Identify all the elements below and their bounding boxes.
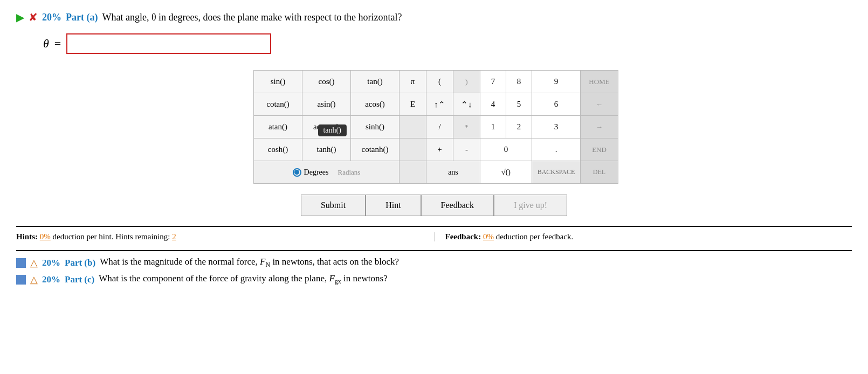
btn-7[interactable]: 7 bbox=[480, 71, 506, 93]
part-a-percent: 20% bbox=[42, 12, 61, 23]
hints-left: Hints: 0% deduction per hint. Hints rema… bbox=[16, 232, 435, 241]
btn-blank4 bbox=[399, 138, 426, 161]
btn-plus[interactable]: + bbox=[426, 138, 453, 161]
feedback-prefix: Feedback: bbox=[445, 232, 483, 241]
hints-right: Feedback: 0% deduction per feedback. bbox=[435, 232, 852, 241]
hints-remaining[interactable]: 2 bbox=[172, 232, 176, 241]
btn-5[interactable]: 5 bbox=[506, 93, 532, 116]
part-b-icon-warn: △ bbox=[30, 257, 38, 269]
btn-atan[interactable]: atan() bbox=[254, 116, 302, 138]
btn-pi[interactable]: π bbox=[399, 71, 426, 93]
theta-symbol: θ bbox=[43, 37, 49, 51]
theta-input[interactable] bbox=[66, 33, 271, 54]
btn-9[interactable]: 9 bbox=[532, 71, 581, 93]
arrow-icon: ▶ bbox=[16, 11, 24, 24]
btn-6[interactable]: 6 bbox=[532, 93, 581, 116]
part-b-icon-blue bbox=[16, 258, 26, 268]
btn-asin[interactable]: asin() bbox=[302, 93, 351, 116]
degrees-radio-cell[interactable]: Degrees Radians bbox=[254, 161, 399, 184]
btn-end[interactable]: END bbox=[581, 138, 618, 161]
btn-ans[interactable]: ans bbox=[426, 161, 480, 184]
part-a-header: ▶ ✘ 20% Part (a) What angle, θ in degree… bbox=[16, 11, 852, 24]
part-c-question: What is the component of the force of gr… bbox=[99, 273, 388, 286]
degrees-label: Degrees bbox=[304, 168, 329, 177]
btn-right-arrow[interactable]: → bbox=[581, 116, 618, 138]
part-c-row: △ 20% Part (c) What is the component of … bbox=[16, 273, 852, 286]
btn-cotan[interactable]: cotan() bbox=[254, 93, 302, 116]
btn-divide[interactable]: / bbox=[426, 116, 453, 138]
btn-cos[interactable]: cos() bbox=[302, 71, 351, 93]
calc-row-1: sin() cos() tan() π ( ) 7 8 9 HOME bbox=[254, 71, 618, 93]
hints-pct[interactable]: 0% bbox=[40, 232, 51, 241]
feedback-pct[interactable]: 0% bbox=[483, 232, 494, 241]
btn-cosh[interactable]: cosh() bbox=[254, 138, 302, 161]
calc-row-5: Degrees Radians ans √() BACKSPACE DEL bbox=[254, 161, 618, 184]
calc-row-4: cosh() tanh() tanh() cotanh() + - 0 . EN… bbox=[254, 138, 618, 161]
degrees-radio-inner bbox=[294, 170, 299, 175]
degrees-radio[interactable] bbox=[293, 168, 301, 177]
part-a-label: Part (a) bbox=[66, 12, 98, 23]
page: ▶ ✘ 20% Part (a) What angle, θ in degree… bbox=[0, 0, 868, 374]
btn-acotan[interactable]: acotan() bbox=[302, 116, 351, 138]
btn-tanh[interactable]: tanh() tanh() bbox=[302, 138, 351, 161]
hints-mid: deduction per hint. Hints remaining: bbox=[51, 232, 172, 241]
part-c-icon-warn: △ bbox=[30, 274, 38, 286]
hint-button[interactable]: Hint bbox=[366, 195, 421, 216]
btn-1[interactable]: 1 bbox=[480, 116, 506, 138]
part-a-question: What angle, θ in degrees, does the plane… bbox=[102, 12, 402, 23]
btn-rparen[interactable]: ) bbox=[453, 71, 480, 93]
action-buttons-row: Submit Hint Feedback I give up! bbox=[16, 195, 852, 216]
part-b-question: What is the magnitude of the normal forc… bbox=[100, 257, 399, 269]
btn-acos[interactable]: acos() bbox=[351, 93, 399, 116]
theta-input-row: θ = bbox=[43, 33, 852, 54]
give-up-button[interactable]: I give up! bbox=[494, 195, 567, 216]
calc-row-3: atan() acotan() sinh() / * 1 2 3 → bbox=[254, 116, 618, 138]
btn-home[interactable]: HOME bbox=[581, 71, 618, 93]
btn-e[interactable]: E bbox=[399, 93, 426, 116]
btn-backspace[interactable]: BACKSPACE bbox=[532, 161, 581, 184]
part-c-icon-blue bbox=[16, 275, 26, 285]
lower-parts: △ 20% Part (b) What is the magnitude of … bbox=[16, 250, 852, 286]
calculator-area: sin() cos() tan() π ( ) 7 8 9 HOME cotan… bbox=[253, 70, 852, 184]
btn-8[interactable]: 8 bbox=[506, 71, 532, 93]
btn-uparrow[interactable]: ↑⌃ bbox=[426, 93, 453, 116]
btn-minus[interactable]: - bbox=[453, 138, 480, 161]
btn-tan[interactable]: tan() bbox=[351, 71, 399, 93]
feedback-button[interactable]: Feedback bbox=[421, 195, 494, 216]
calculator-table: sin() cos() tan() π ( ) 7 8 9 HOME cotan… bbox=[253, 70, 618, 184]
part-c-percent: 20% bbox=[42, 274, 60, 285]
btn-sqrt[interactable]: √() bbox=[480, 161, 532, 184]
btn-del[interactable]: DEL bbox=[581, 161, 618, 184]
btn-blank3 bbox=[399, 116, 426, 138]
btn-downarrow[interactable]: ⌃↓ bbox=[453, 93, 480, 116]
btn-blank5 bbox=[399, 161, 426, 184]
part-b-row: △ 20% Part (b) What is the magnitude of … bbox=[16, 257, 852, 269]
part-b-percent: 20% bbox=[42, 258, 60, 268]
btn-4[interactable]: 4 bbox=[480, 93, 506, 116]
btn-multiply[interactable]: * bbox=[453, 116, 480, 138]
part-c-label: Part (c) bbox=[65, 274, 94, 285]
btn-0[interactable]: 0 bbox=[480, 138, 532, 161]
btn-lparen[interactable]: ( bbox=[426, 71, 453, 93]
hints-feedback-bar: Hints: 0% deduction per hint. Hints rema… bbox=[16, 226, 852, 241]
radians-label: Radians bbox=[337, 168, 360, 177]
btn-sinh[interactable]: sinh() bbox=[351, 116, 399, 138]
hints-prefix: Hints: bbox=[16, 232, 40, 241]
btn-dot[interactable]: . bbox=[532, 138, 581, 161]
btn-left-arrow[interactable]: ← bbox=[581, 93, 618, 116]
btn-2[interactable]: 2 bbox=[506, 116, 532, 138]
btn-cotanh[interactable]: cotanh() bbox=[351, 138, 399, 161]
feedback-suffix: deduction per feedback. bbox=[494, 232, 573, 241]
x-icon: ✘ bbox=[29, 11, 38, 24]
btn-sin[interactable]: sin() bbox=[254, 71, 302, 93]
part-b-label: Part (b) bbox=[65, 258, 95, 268]
submit-button[interactable]: Submit bbox=[301, 195, 366, 216]
theta-equals: = bbox=[54, 37, 61, 51]
calc-row-2: cotan() asin() acos() E ↑⌃ ⌃↓ 4 5 6 ← bbox=[254, 93, 618, 116]
btn-3[interactable]: 3 bbox=[532, 116, 581, 138]
